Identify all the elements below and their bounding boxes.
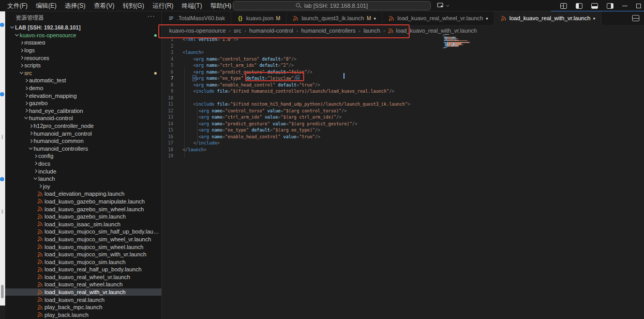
breadcrumb-item-launch[interactable]: launch — [364, 27, 380, 34]
line-number: 12 — [162, 108, 173, 114]
tree-folder-include[interactable]: include — [5, 167, 161, 175]
menu-e[interactable]: 编辑(E) — [32, 0, 61, 11]
tree-file-load_kuavo_gazebo_manipulate.launch[interactable]: load_kuavo_gazebo_manipulate.launch — [5, 198, 161, 206]
dirty-dot-icon[interactable]: ● — [373, 16, 376, 21]
tree-file-load_kuavo_real.launch[interactable]: load_kuavo_real.launch — [5, 296, 161, 303]
tree-folder-gazebo[interactable]: gazebo — [5, 99, 161, 107]
code-line-16[interactable]: 16 <arg name="enable_head_control" value… — [162, 134, 644, 140]
tree-file-load_kuavo_real_wheel.launch[interactable]: load_kuavo_real_wheel.launch — [5, 281, 161, 288]
menu-t[interactable]: 终端(T) — [177, 0, 206, 11]
tree-folder-LAB [SSH: 192.168.8.101][interactable]: LAB [SSH: 192.168.8.101] — [5, 24, 161, 32]
menu-r[interactable]: 运行(R) — [148, 0, 178, 11]
tree-folder-elevation_mapping[interactable]: elevation_mapping — [5, 92, 161, 99]
tree-file-play_back_mpc.launch[interactable]: play_back_mpc.launch — [5, 303, 161, 311]
tree-folder-demo[interactable]: demo — [5, 84, 161, 92]
restore-button[interactable] — [636, 4, 641, 8]
tree-folder-docs[interactable]: docs — [5, 160, 161, 168]
tree-file-play_back.launch[interactable]: play_back.launch — [5, 311, 161, 319]
tree-file-load_kuavo_gazebo_sim_wheel.launch[interactable]: load_kuavo_gazebo_sim_wheel.launch — [5, 205, 161, 213]
code-area[interactable]: 1<?xml version="1.0"?>23<launch>4 <arg n… — [162, 36, 644, 160]
tab-.TotalMassV60.bak[interactable]: .TotalMassV60.bak — [162, 11, 231, 25]
code-line-13[interactable]: 13 <arg name="ctrl_arm_idx" value="$(arg… — [162, 114, 644, 121]
breadcrumb-separator: › — [229, 28, 230, 34]
line-number: 16 — [162, 134, 173, 140]
tree-file-load_kuavo_mujoco_sim_wheel.launch[interactable]: load_kuavo_mujoco_sim_wheel.launch — [5, 243, 161, 251]
tree-folder-hand_eye_calibration[interactable]: hand_eye_calibration — [5, 107, 161, 115]
tree-folder-config[interactable]: config — [5, 152, 161, 160]
split-editor-icon[interactable] — [632, 15, 639, 21]
tab-kuavo.json[interactable]: {}kuavo.jsonM — [231, 11, 287, 25]
tree-folder-humanoid_arm_control[interactable]: humanoid_arm_control — [5, 129, 161, 137]
tree-folder-joy[interactable]: joy — [5, 182, 161, 190]
tree-folder-installed[interactable]: installed — [5, 39, 161, 47]
chevron-right-icon — [38, 184, 42, 188]
minimap[interactable] — [443, 34, 479, 49]
breadcrumb-file[interactable]: load_kuavo_real_with_vr.launch — [388, 27, 477, 34]
code-line-11[interactable]: 11 <include file="$(find noitom_hi5_hand… — [162, 101, 644, 108]
toggle-primary-sidebar-icon[interactable] — [576, 3, 582, 9]
tree-folder-resources[interactable]: resources — [5, 54, 161, 62]
menu-s[interactable]: 选择(S) — [61, 0, 89, 11]
menu-f[interactable]: 文件(F) — [3, 0, 32, 11]
tree-folder-launch[interactable]: launch — [5, 175, 161, 183]
tree-folder-humanoid_common[interactable]: humanoid_common — [5, 137, 161, 145]
back-arrow-icon[interactable]: ← — [212, 2, 219, 10]
tab-load_kuavo_real_wheel_vr.launch[interactable]: load_kuavo_real_wheel_vr.launch● — [382, 11, 495, 25]
tree-file-load_kuavo_mujoco_sim.launch[interactable]: load_kuavo_mujoco_sim.launch — [5, 258, 161, 266]
code-line-9[interactable]: 9 <include file="$(find humanoid_control… — [162, 88, 644, 95]
code-line-12[interactable]: 12 <arg name="control_torso" value="$(ar… — [162, 108, 644, 114]
tree-file-load_kuavo_mujoco_sim_wheel_vr.launch[interactable]: load_kuavo_mujoco_sim_wheel_vr.launch — [5, 236, 161, 243]
tree-file-load_elevation_mapping.launch[interactable]: load_elevation_mapping.launch — [5, 190, 161, 198]
code-line-4[interactable]: 4 <arg name="control_torso" default="0"/… — [162, 56, 644, 63]
forward-arrow-icon[interactable]: → — [225, 2, 232, 10]
tree-folder-scripts[interactable]: scripts — [5, 62, 161, 69]
code-line-18[interactable]: 18</launch> — [162, 147, 644, 153]
tree-folder-logs[interactable]: logs — [5, 47, 161, 54]
code-line-15[interactable]: 15 <arg name="ee_type" default="$(arg ee… — [162, 127, 644, 134]
tab-launch_quest3_ik.launch[interactable]: launch_quest3_ik.launchM● — [287, 11, 382, 25]
breadcrumb-item-src[interactable]: src — [234, 27, 242, 34]
code-line-2[interactable]: 2 — [162, 43, 644, 50]
toggle-panel-icon[interactable] — [591, 3, 598, 9]
tree-file-load_kuavo_isaac_sim.launch[interactable]: load_kuavo_isaac_sim.launch — [5, 220, 161, 228]
code-line-6[interactable]: 6 <arg name="predict_gesture" default="f… — [162, 69, 644, 76]
tree-file-load_kuavo_real_half_up_body.launch[interactable]: load_kuavo_real_half_up_body.launch — [5, 266, 161, 273]
menu-v[interactable]: 查看(V) — [89, 0, 118, 11]
tree-file-load_kuavo_mujoco_sim_half_up_body.launch[interactable]: load_kuavo_mujoco_sim_half_up_body.launc… — [5, 228, 161, 236]
dirty-dot-icon[interactable]: ● — [486, 16, 488, 21]
code-line-1[interactable]: 1<?xml version="1.0"?> — [162, 36, 644, 43]
tree-file-load_kuavo_mujoco_sim_with_vr.launch[interactable]: load_kuavo_mujoco_sim_with_vr.launch — [5, 251, 161, 258]
remote-window-button[interactable] — [437, 1, 450, 10]
toggle-secondary-sidebar-icon[interactable] — [607, 3, 613, 9]
tree-folder-automatic_test[interactable]: automatic_test — [5, 77, 161, 84]
code-line-3[interactable]: 3<launch> — [162, 49, 644, 56]
code-line-17[interactable]: 17 </include> — [162, 140, 644, 147]
search-icon — [296, 3, 301, 8]
code-line-14[interactable]: 14 <arg name="predict_gesture" value="$(… — [162, 121, 644, 127]
breadcrumb-item-humanoid_controllers[interactable]: humanoid_controllers — [301, 27, 355, 34]
tree-file-load_kuavo_gazebo_sim.launch[interactable]: load_kuavo_gazebo_sim.launch — [5, 213, 161, 221]
code-line-8[interactable]: 8 <arg name="enable_head_control" defaul… — [162, 82, 644, 89]
minimize-button[interactable] — [622, 6, 627, 6]
menu-g[interactable]: 转到(G) — [118, 0, 148, 11]
line-number: 6 — [162, 69, 173, 76]
tree-folder-h12pro_controller_node[interactable]: h12pro_controller_node — [5, 122, 161, 130]
code-line-5[interactable]: 5 <arg name="ctrl_arm_idx" default="2"/> — [162, 62, 644, 69]
dirty-dot-icon[interactable]: ● — [593, 16, 595, 21]
tree-folder-kuavo-ros-opensource[interactable]: kuavo-ros-opensource — [5, 32, 161, 39]
command-center-search[interactable]: lab [SSH: 192.168.8.101] — [233, 1, 431, 10]
tab-load_kuavo_real_with_vr.launch[interactable]: load_kuavo_real_with_vr.launch● — [495, 11, 602, 25]
tree-folder-src[interactable]: src — [5, 69, 161, 77]
breadcrumb-item-kuavo-ros-opensource[interactable]: kuavo-ros-opensource — [169, 27, 226, 34]
breadcrumb-item-humanoid-control[interactable]: humanoid-control — [249, 27, 293, 34]
tree-file-load_kuavo_real_wheel_vr.launch[interactable]: load_kuavo_real_wheel_vr.launch — [5, 273, 161, 281]
code-line-7[interactable]: 7 <arg name="ee_type" default="lejuclaw"… — [162, 75, 644, 82]
more-actions-icon[interactable]: ··· — [147, 12, 155, 20]
code-line-10[interactable]: 10 — [162, 95, 644, 102]
chevron-right-icon — [34, 169, 37, 173]
customize-layout-icon[interactable] — [560, 3, 567, 9]
tree-file-load_kuavo_real_with_vr.launch[interactable]: load_kuavo_real_with_vr.launch — [5, 288, 161, 296]
code-line-19[interactable]: 19 — [162, 153, 644, 160]
tree-folder-humanoid_controllers[interactable]: humanoid_controllers — [5, 145, 161, 153]
tree-folder-humanoid-control[interactable]: humanoid-control — [5, 114, 161, 122]
